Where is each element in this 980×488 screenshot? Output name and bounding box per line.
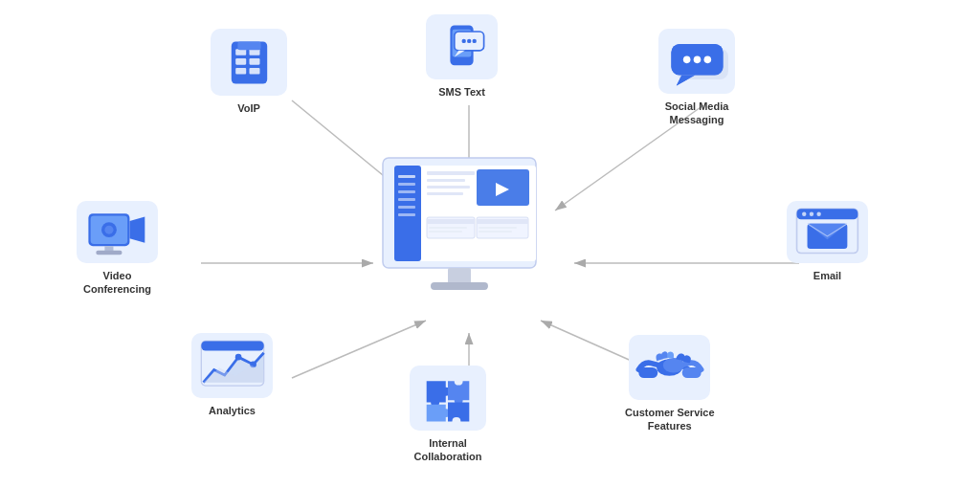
- voip-label: VoIP: [237, 101, 260, 115]
- voip-card: VoIP: [211, 29, 287, 115]
- voip-icon: [223, 36, 276, 89]
- svg-rect-15: [398, 190, 415, 193]
- analytics-icon: [198, 338, 267, 393]
- customer-label: Customer ServiceFeatures: [625, 406, 715, 433]
- svg-rect-30: [477, 219, 528, 224]
- svg-rect-84: [682, 367, 702, 378]
- svg-point-78: [234, 354, 241, 361]
- svg-point-58: [693, 55, 701, 63]
- svg-point-71: [809, 212, 813, 216]
- svg-rect-41: [249, 68, 259, 75]
- social-icon: [666, 35, 728, 88]
- svg-rect-67: [96, 250, 122, 255]
- analytics-label: Analytics: [209, 404, 256, 417]
- svg-marker-65: [129, 216, 145, 242]
- video-label: VideoConferencing: [83, 269, 151, 297]
- svg-rect-28: [429, 231, 462, 233]
- svg-point-46: [462, 38, 466, 42]
- svg-rect-19: [427, 171, 475, 175]
- sms-icon: [435, 21, 488, 74]
- svg-rect-22: [427, 192, 463, 195]
- svg-rect-34: [431, 282, 488, 290]
- internal-icon: [415, 370, 480, 426]
- video-icon: [85, 208, 150, 257]
- analytics-icon-box: [191, 333, 273, 398]
- svg-rect-27: [429, 227, 467, 229]
- sms-card: SMS Text: [426, 14, 498, 99]
- svg-rect-14: [398, 183, 415, 186]
- svg-point-48: [473, 38, 477, 42]
- svg-point-47: [467, 38, 471, 42]
- svg-rect-38: [235, 58, 246, 65]
- social-icon-box: [658, 29, 735, 94]
- internal-icon-box: [410, 366, 486, 431]
- svg-point-72: [816, 212, 820, 216]
- svg-line-7: [292, 321, 426, 378]
- monitor-svg: [364, 148, 555, 321]
- svg-rect-31: [479, 227, 517, 229]
- svg-rect-83: [638, 367, 657, 378]
- svg-point-70: [802, 212, 806, 216]
- social-card: Social MediaMessaging: [658, 29, 735, 127]
- video-icon-box: [77, 201, 158, 263]
- svg-rect-18: [398, 213, 415, 216]
- svg-rect-16: [398, 198, 415, 201]
- svg-rect-40: [235, 68, 246, 75]
- center-monitor: [364, 148, 555, 321]
- svg-rect-76: [201, 342, 263, 351]
- email-icon: [793, 206, 862, 258]
- diagram-container: VoIP SMS Text: [0, 0, 980, 488]
- video-card: VideoConferencing: [77, 201, 158, 297]
- customer-icon-box: [629, 335, 710, 400]
- email-label: Email: [813, 269, 841, 282]
- internal-label: InternalCollaboration: [414, 436, 482, 464]
- svg-rect-39: [249, 58, 259, 65]
- sms-label: SMS Text: [438, 85, 485, 99]
- email-icon-box: [787, 201, 868, 263]
- sms-icon-box: [426, 14, 498, 79]
- analytics-card: Analytics: [191, 333, 273, 417]
- customer-icon: [635, 340, 704, 395]
- social-label: Social MediaMessaging: [665, 100, 729, 127]
- svg-point-57: [682, 55, 690, 63]
- svg-rect-20: [427, 179, 465, 182]
- svg-rect-17: [398, 206, 415, 209]
- internal-card: InternalCollaboration: [410, 366, 486, 464]
- svg-rect-32: [479, 231, 512, 233]
- svg-rect-26: [427, 219, 475, 224]
- svg-point-59: [703, 55, 711, 63]
- svg-rect-42: [237, 41, 260, 50]
- svg-rect-21: [427, 186, 470, 189]
- svg-rect-13: [398, 175, 415, 178]
- customer-card: Customer ServiceFeatures: [625, 335, 715, 433]
- svg-point-64: [104, 225, 113, 233]
- email-card: Email: [787, 201, 868, 282]
- voip-icon-box: [211, 29, 287, 96]
